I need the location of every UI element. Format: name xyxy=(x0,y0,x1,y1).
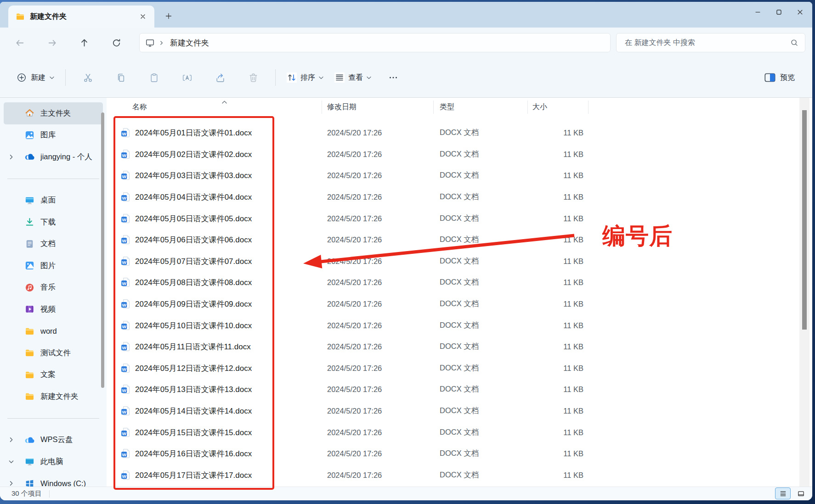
music-icon xyxy=(25,283,34,292)
sidebar-item-Windows (C:)[interactable]: Windows (C:) xyxy=(4,473,103,487)
file-type: DOCX 文档 xyxy=(440,192,479,202)
refresh-button[interactable] xyxy=(107,34,125,52)
annotation-label: 编号后 xyxy=(602,221,673,252)
file-list-scrollbar[interactable] xyxy=(799,98,809,487)
sort-label: 排序 xyxy=(300,73,315,83)
sidebar-item-图片[interactable]: 图片 xyxy=(4,255,103,277)
back-button[interactable] xyxy=(11,34,29,52)
sidebar-item-label: 新建文件夹 xyxy=(40,392,79,402)
sidebar-item-label: 下载 xyxy=(40,217,56,227)
sidebar-item-word[interactable]: word xyxy=(4,320,103,342)
file-size: 11 KB xyxy=(543,214,583,223)
file-type: DOCX 文档 xyxy=(440,320,479,330)
clipboard-icon xyxy=(149,73,159,83)
file-size: 11 KB xyxy=(543,278,583,287)
column-header-size[interactable]: 大小 xyxy=(532,98,547,116)
sidebar-item-label: Windows (C:) xyxy=(40,479,86,487)
column-divider[interactable] xyxy=(588,101,589,114)
sidebar-item-主文件夹[interactable]: 主文件夹 xyxy=(4,102,103,124)
sidebar-item-图库[interactable]: 图库 xyxy=(4,124,103,146)
chevron-down-icon[interactable] xyxy=(8,459,14,465)
pin-icon xyxy=(85,218,92,225)
sidebar-item-下载[interactable]: 下载 xyxy=(4,211,103,233)
this-pc-icon xyxy=(25,457,34,466)
cut-button[interactable] xyxy=(78,67,98,88)
close-tab-button[interactable] xyxy=(137,11,149,22)
file-modified-date: 2024/5/20 17:26 xyxy=(327,214,382,223)
address-bar[interactable]: 新建文件夹 xyxy=(139,33,611,52)
close-icon xyxy=(797,9,803,15)
search-input[interactable]: 在 新建文件夹 中搜索 xyxy=(616,33,805,52)
monitor-icon xyxy=(145,38,155,48)
forward-button[interactable] xyxy=(43,34,61,52)
maximize-button[interactable] xyxy=(768,2,789,22)
file-size: 11 KB xyxy=(543,364,583,372)
close-icon xyxy=(140,14,146,19)
sidebar-item-新建文件夹[interactable]: 新建文件夹 xyxy=(4,386,103,408)
preview-button[interactable]: 预览 xyxy=(760,69,799,86)
sidebar-item-label: 桌面 xyxy=(40,195,56,205)
minimize-button[interactable] xyxy=(747,2,768,22)
ellipsis-icon xyxy=(388,73,398,83)
sidebar-item-音乐[interactable]: 音乐 xyxy=(4,277,103,299)
paste-button[interactable] xyxy=(144,67,164,88)
chevron-down-icon xyxy=(319,76,323,79)
column-divider[interactable] xyxy=(433,101,434,114)
windows-icon xyxy=(25,479,34,487)
file-modified-date: 2024/5/20 17:26 xyxy=(327,449,382,458)
sidebar-item-桌面[interactable]: 桌面 xyxy=(4,190,103,212)
breadcrumb[interactable]: 新建文件夹 xyxy=(168,38,209,48)
sidebar-item-jiangying - 个人[interactable]: jiangying - 个人 xyxy=(4,146,103,168)
rename-button[interactable] xyxy=(177,67,197,88)
sidebar-item-视频[interactable]: 视频 xyxy=(4,298,103,320)
up-button[interactable] xyxy=(75,34,93,52)
pin-icon xyxy=(85,197,92,204)
close-window-button[interactable] xyxy=(789,2,810,22)
sidebar-item-label: 图库 xyxy=(40,130,56,140)
file-size: 11 KB xyxy=(543,129,583,137)
copy-button[interactable] xyxy=(111,67,131,88)
file-type: DOCX 文档 xyxy=(440,448,479,459)
share-button[interactable] xyxy=(210,67,230,88)
column-divider[interactable] xyxy=(322,101,322,114)
more-options-button[interactable] xyxy=(384,68,402,87)
column-header-type[interactable]: 类型 xyxy=(440,98,454,116)
file-modified-date: 2024/5/20 17:26 xyxy=(327,150,382,158)
list-view-icon xyxy=(779,490,787,498)
sidebar-item-文档[interactable]: 文档 xyxy=(4,233,103,255)
sidebar-scrollbar[interactable] xyxy=(101,112,104,388)
large-icons-view-button[interactable] xyxy=(793,487,809,499)
navigation-bar: 新建文件夹 在 新建文件夹 中搜索 xyxy=(0,28,812,58)
column-header-modified[interactable]: 修改日期 xyxy=(327,98,357,116)
file-type: DOCX 文档 xyxy=(440,342,479,352)
file-type: DOCX 文档 xyxy=(440,363,479,373)
chevron-down-icon xyxy=(367,76,371,79)
chevron-right-icon[interactable] xyxy=(8,481,14,487)
new-tab-button[interactable] xyxy=(162,9,175,23)
sidebar-item-label: 图片 xyxy=(40,261,56,271)
sort-button[interactable]: 排序 xyxy=(281,69,329,86)
document-icon xyxy=(25,239,34,249)
search-icon xyxy=(790,39,798,47)
chevron-right-icon[interactable] xyxy=(8,437,14,443)
sidebar-item-label: WPS云盘 xyxy=(40,435,73,445)
new-button[interactable]: 新建 xyxy=(11,69,60,86)
sidebar-item-WPS云盘[interactable]: WPS云盘 xyxy=(4,429,103,451)
sidebar-item-测试文件[interactable]: 测试文件 xyxy=(4,342,103,364)
column-header-name[interactable]: 名称 xyxy=(132,98,147,116)
back-arrow-icon xyxy=(15,38,25,48)
annotation-red-box xyxy=(113,116,274,490)
explorer-tab[interactable]: 新建文件夹 xyxy=(8,6,154,28)
maximize-icon xyxy=(776,9,782,15)
pin-icon xyxy=(85,306,92,313)
column-divider[interactable] xyxy=(527,101,528,114)
view-button[interactable]: 查看 xyxy=(329,69,377,86)
details-view-button[interactable] xyxy=(775,487,791,499)
scrollbar-thumb[interactable] xyxy=(802,110,807,330)
chevron-right-icon[interactable] xyxy=(8,154,14,160)
delete-button[interactable] xyxy=(243,67,263,88)
sidebar-item-文案[interactable]: 文案 xyxy=(4,364,103,386)
sidebar-item-此电脑[interactable]: 此电脑 xyxy=(4,451,103,473)
column-header-row: 名称 修改日期 类型 大小 xyxy=(107,98,812,116)
status-divider xyxy=(49,490,50,498)
